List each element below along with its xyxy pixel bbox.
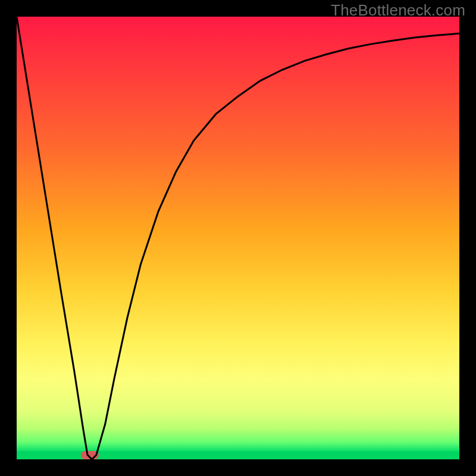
bottleneck-curve (17, 17, 459, 459)
plot-area (17, 17, 459, 459)
chart-frame: TheBottleneck.com (0, 0, 476, 476)
watermark-text: TheBottleneck.com (331, 1, 465, 20)
